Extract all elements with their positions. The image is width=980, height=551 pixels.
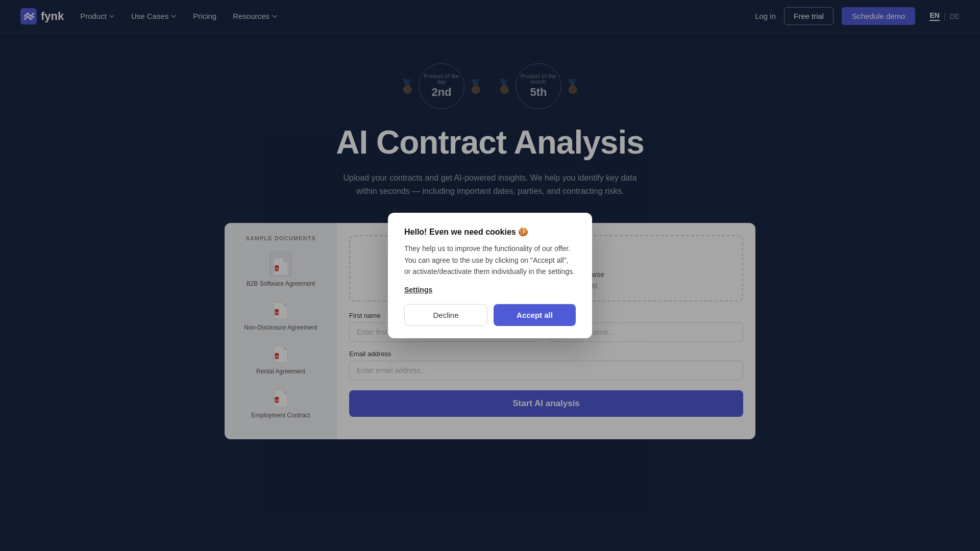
cookie-settings-link[interactable]: Settings — [404, 286, 576, 294]
cookie-accept-button[interactable]: Accept all — [494, 304, 576, 326]
cookie-body: They help us to improve the functionalit… — [404, 243, 576, 277]
cookie-title: Hello! Even we need cookies 🍪 — [404, 227, 576, 237]
cookie-modal: Hello! Even we need cookies 🍪 They help … — [388, 213, 592, 338]
cookie-overlay: Hello! Even we need cookies 🍪 They help … — [0, 0, 980, 551]
cookie-buttons: Decline Accept all — [404, 304, 576, 326]
cookie-decline-button[interactable]: Decline — [404, 304, 487, 326]
